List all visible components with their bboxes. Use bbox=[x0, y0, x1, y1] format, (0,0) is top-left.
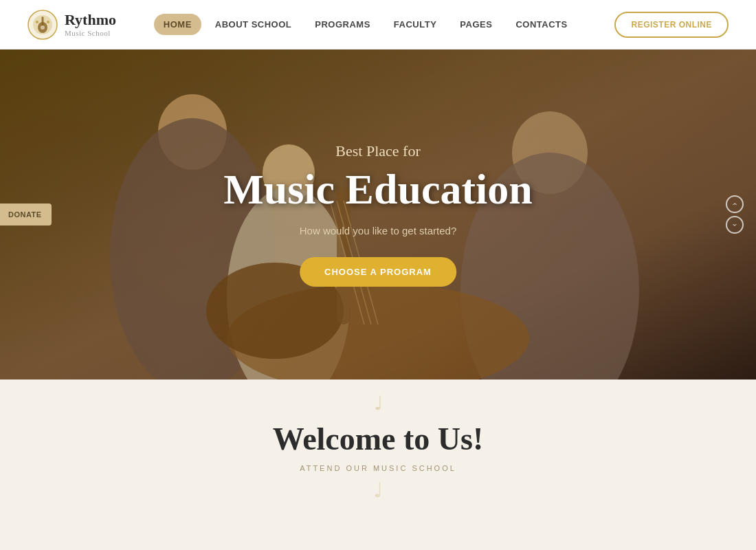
svg-rect-3 bbox=[42, 16, 44, 26]
nav-links: HOME ABOUT SCHOOL PROGRAMS FACULTY PAGES… bbox=[154, 14, 577, 35]
hero-content: Best Place for Music Education How would… bbox=[223, 142, 533, 287]
hero-description: How would you like to get started? bbox=[223, 225, 533, 236]
scroll-down-arrow[interactable]: › bbox=[726, 216, 744, 234]
logo[interactable]: Rythmo Music School bbox=[27, 10, 116, 40]
music-note-top-icon: ♩ bbox=[374, 392, 383, 415]
nav-item-contacts[interactable]: CONTACTS bbox=[506, 14, 577, 35]
svg-point-6 bbox=[47, 21, 49, 23]
welcome-title: Welcome to Us! bbox=[27, 421, 729, 457]
brand-subtitle: Music School bbox=[65, 29, 116, 37]
navbar: Rythmo Music School HOME ABOUT SCHOOL PR… bbox=[0, 0, 756, 50]
music-note-bottom-icon: ♩ bbox=[27, 478, 729, 502]
scroll-up-arrow[interactable]: › bbox=[726, 195, 744, 213]
donate-button[interactable]: DONATE bbox=[0, 204, 52, 226]
nav-item-home[interactable]: HOME bbox=[154, 14, 201, 35]
scroll-arrows: › › bbox=[726, 195, 744, 234]
welcome-section: ♩ Welcome to Us! ATTEND OUR MUSIC SCHOOL… bbox=[0, 380, 756, 550]
nav-item-programs[interactable]: PROGRAMS bbox=[305, 14, 380, 35]
hero-subtitle: Best Place for bbox=[223, 142, 533, 160]
register-button[interactable]: REGISTER ONLINE bbox=[614, 12, 729, 38]
choose-program-button[interactable]: CHOOSE A PROGRAM bbox=[300, 257, 456, 287]
nav-item-faculty[interactable]: FACULTY bbox=[384, 14, 446, 35]
svg-point-4 bbox=[41, 25, 45, 30]
nav-item-pages[interactable]: PAGES bbox=[450, 14, 502, 35]
nav-item-about[interactable]: ABOUT SCHOOL bbox=[205, 14, 301, 35]
hero-section: DONATE Best Place for Music Education Ho… bbox=[0, 50, 756, 380]
logo-text: Rythmo Music School bbox=[65, 12, 116, 36]
welcome-subtitle: ATTEND OUR MUSIC SCHOOL bbox=[27, 464, 729, 472]
svg-point-5 bbox=[36, 21, 38, 23]
logo-icon bbox=[27, 10, 58, 40]
hero-title: Music Education bbox=[223, 166, 533, 212]
brand-name: Rythmo bbox=[65, 12, 116, 28]
